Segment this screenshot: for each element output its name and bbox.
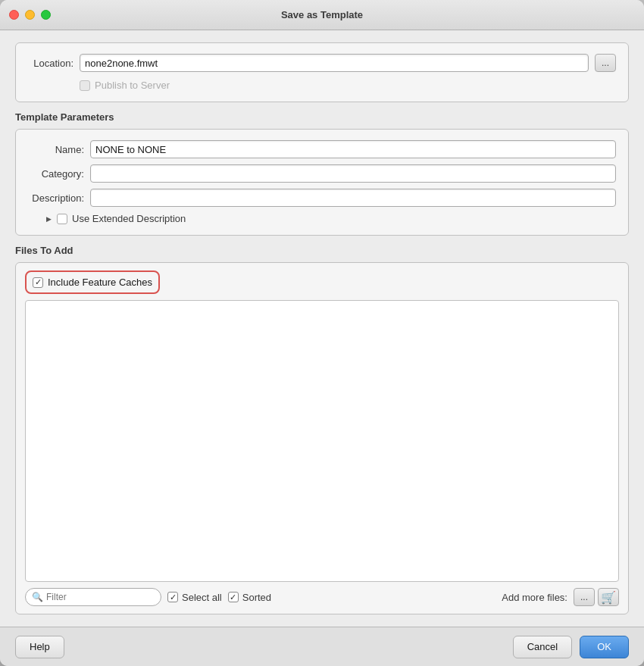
- name-label: Name:: [28, 144, 84, 155]
- include-caches-row: ✓ Include Feature Caches: [25, 270, 160, 294]
- select-all-checkbox[interactable]: ✓: [167, 592, 178, 602]
- template-parameters-group: Template Parameters Name: Category: Desc…: [15, 111, 629, 236]
- include-caches-label: Include Feature Caches: [48, 277, 152, 288]
- footer: Help Cancel OK: [0, 627, 644, 666]
- include-caches-checkbox[interactable]: ✓: [33, 277, 43, 288]
- select-all-label: Select all: [182, 592, 222, 603]
- sorted-label: Sorted: [242, 592, 271, 603]
- close-button[interactable]: [9, 10, 19, 20]
- publish-row: Publish to Server: [28, 80, 616, 91]
- params-section: Name: Category: Description: ▶ Use Exten…: [15, 129, 629, 236]
- select-all-row: ✓ Select all: [167, 592, 222, 603]
- add-more-browse-button[interactable]: ...: [574, 588, 595, 606]
- extended-checkbox[interactable]: [57, 214, 67, 224]
- publish-checkbox: [80, 80, 90, 91]
- extended-row: ▶ Use Extended Description: [28, 213, 616, 224]
- window: Save as Template Location: ... Publish t…: [0, 0, 644, 666]
- add-more-label: Add more files:: [502, 592, 567, 603]
- add-more-buttons: ... 🛒: [574, 588, 619, 606]
- ok-button[interactable]: OK: [580, 636, 629, 658]
- name-input[interactable]: [90, 140, 616, 158]
- description-row: Description:: [28, 189, 616, 207]
- window-title: Save as Template: [281, 9, 363, 20]
- browse-button[interactable]: ...: [595, 54, 616, 72]
- main-content: Location: ... Publish to Server Template…: [0, 30, 644, 627]
- location-label: Location:: [28, 58, 73, 69]
- extended-label: Use Extended Description: [72, 213, 186, 224]
- files-group: Files To Add ✓ Include Feature Caches 🔍 …: [15, 245, 629, 614]
- location-input[interactable]: [80, 54, 589, 72]
- search-icon: 🔍: [32, 592, 43, 602]
- maximize-button[interactable]: [41, 10, 51, 20]
- description-input[interactable]: [90, 189, 616, 207]
- publish-label: Publish to Server: [95, 80, 170, 91]
- basket-button[interactable]: 🛒: [598, 588, 619, 606]
- files-section-title: Files To Add: [15, 245, 629, 256]
- footer-left: Help: [15, 636, 513, 658]
- filter-input-wrap: 🔍: [25, 588, 161, 606]
- files-bottom-bar: 🔍 ✓ Select all ✓ Sorted Add more files: …: [25, 588, 619, 606]
- location-section: Location: ... Publish to Server: [15, 42, 629, 102]
- triangle-icon[interactable]: ▶: [45, 215, 52, 223]
- minimize-button[interactable]: [25, 10, 35, 20]
- sorted-row: ✓ Sorted: [228, 592, 271, 603]
- cancel-button[interactable]: Cancel: [513, 636, 572, 658]
- footer-right: Cancel OK: [513, 636, 629, 658]
- category-label: Category:: [28, 168, 84, 180]
- window-controls: [9, 10, 51, 20]
- category-row: Category:: [28, 164, 616, 183]
- description-label: Description:: [28, 192, 84, 204]
- filter-input[interactable]: [46, 592, 145, 602]
- files-list[interactable]: [25, 300, 619, 582]
- help-button[interactable]: Help: [15, 636, 64, 658]
- titlebar: Save as Template: [0, 0, 644, 30]
- files-section: ✓ Include Feature Caches 🔍 ✓ Select all …: [15, 262, 629, 614]
- sorted-checkbox[interactable]: ✓: [228, 592, 239, 602]
- name-row: Name:: [28, 140, 616, 158]
- template-parameters-title: Template Parameters: [15, 111, 629, 123]
- category-input[interactable]: [90, 164, 616, 183]
- location-row: Location: ...: [28, 54, 616, 72]
